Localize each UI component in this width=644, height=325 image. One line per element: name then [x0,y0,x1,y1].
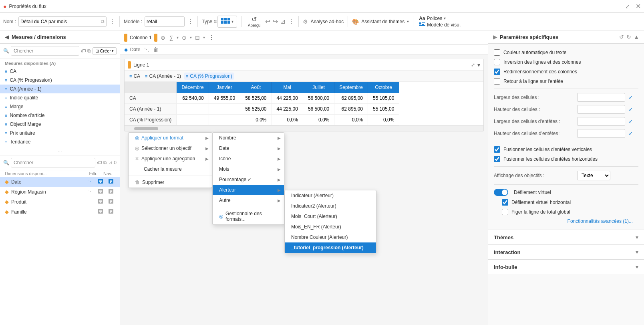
type-selector[interactable]: ▾ [217,16,237,28]
mesure-ca-progression[interactable]: ≡ CA (% Progression) [0,76,120,85]
collapse-chevron[interactable]: ◀ [5,34,9,40]
fusionner-horizontal-checkbox[interactable] [494,156,500,162]
fmt-pourcentage[interactable]: Pourcentage ✓ [213,174,284,185]
mesure-nombre[interactable]: ≡ Nombre d'article [0,111,120,120]
copy-icon[interactable]: ⧉ [101,19,105,24]
themes-section[interactable]: Thèmes ▾ [488,230,644,244]
agg-icon[interactable]: ∑ [169,34,174,42]
apercu-btn[interactable]: ↺ Aperçu [246,15,263,28]
dim-region[interactable]: ◆ Région Magasin ⋱ [0,187,120,197]
alert-indicateur[interactable]: Indicateur (Alerteur) [285,190,376,201]
align-arrow[interactable]: ▾ [203,35,205,40]
date-delete-icon[interactable]: 🗑 [153,46,159,53]
dim-date[interactable]: ◆ Date ⋱ [0,177,120,187]
alert-tutoriel[interactable]: _tutoriel_progression (Alerteur) [285,242,376,253]
table-mesure-progression[interactable]: ≡ CA (% Progression) [184,73,234,80]
dim-filter-col[interactable] [97,198,105,205]
ctx-selectionner-objectif[interactable]: ◎ Sélectionner un objectif [129,143,212,153]
ctx-supprimer[interactable]: 🗑 Supprimer [129,177,212,188]
hauteur-entetes-input[interactable] [577,129,625,138]
alert-mois-court[interactable]: Mois_Court (Alerteur) [285,211,376,222]
ctx-cacher-mesure[interactable]: Cacher la mesure [129,164,212,174]
more-icon[interactable]: ⋮ [288,18,294,25]
polices-btn[interactable]: Aa Polices ▾ [419,16,461,21]
mesure-ca-annee[interactable]: ≡ CA (Année - 1) [0,85,120,93]
infobulle-section[interactable]: Info-bulle ▾ [488,259,644,274]
dim-tag-icon[interactable]: 🏷 [97,160,102,166]
fonctionnalites-link[interactable]: Fonctionnalités avancées (1)... [494,217,638,226]
alert-mois-enfr[interactable]: Mois_EN_FR (Alerteur) [285,222,376,232]
table-mesure-ca[interactable]: ≡ CA [128,73,142,80]
dim-filter-col[interactable] [97,208,105,215]
table-mesure-annee[interactable]: ≡ CA (Année - 1) [143,73,183,80]
mesure-tendance[interactable]: ≡ Tendance [0,137,120,146]
redim-checkbox[interactable] [494,69,500,75]
mesures-search-input[interactable] [11,46,79,56]
dim-nav-col[interactable] [107,188,115,195]
resize-icon[interactable]: ⤢ [625,3,630,10]
hauteur-cellules-input[interactable] [577,105,625,114]
alert-nombre-couleur[interactable]: Nombre Couleur (Alerteur) [285,232,376,242]
date-hier-icon[interactable]: ⋱ [144,47,149,52]
fmt-alerteur[interactable]: Alerteur [213,185,284,195]
dim-famille[interactable]: ◆ Famille [0,207,120,217]
dim-copy-icon[interactable]: ⧉ [103,160,107,166]
circle-icon[interactable]: ⊙ [181,34,187,42]
largeur-cellules-input[interactable] [577,93,625,102]
dim-search-input[interactable] [11,158,95,168]
more2-icon[interactable]: ⋮ [207,33,215,42]
ctx-appliquer-agregation[interactable]: ✕ Appliquer une agrégation [129,153,212,164]
mesure-objectif[interactable]: ≡ Objectif Marge [0,120,120,129]
dim-nav-col[interactable] [107,208,115,215]
mesure-ca[interactable]: ≡ CA [0,67,120,76]
dim-produit[interactable]: ◆ Produit [0,197,120,207]
modele-more-icon[interactable]: ⋮ [187,18,193,25]
figer-total-checkbox[interactable] [502,209,508,215]
defilement-horizontal-checkbox[interactable] [502,199,508,206]
expand-icon[interactable]: ⤢ [471,62,475,68]
copy2-icon[interactable]: ⧉ [87,48,91,54]
fmt-nombre[interactable]: Nombre [213,133,284,143]
more-mesures-btn[interactable]: ... [0,146,120,155]
reset-icon[interactable]: ↻ [626,34,631,40]
fmt-icone[interactable]: Icône [213,153,284,164]
mesure-indice[interactable]: ≡ Indice qualité [0,93,120,102]
dim-filter-col[interactable] [97,178,105,185]
expand-right-icon[interactable]: ▶ [493,34,497,40]
fmt-date[interactable]: Date [213,143,284,153]
nom-input[interactable] [20,19,99,24]
refresh-icon[interactable]: ↺ [619,34,624,40]
fmt-autre[interactable]: Autre [213,195,284,206]
agg-arrow[interactable]: ▾ [177,35,179,40]
table-scrollbar[interactable] [125,125,483,131]
dim-filter-icon[interactable]: ⊿ 0 [109,160,117,166]
circle-arrow[interactable]: ▾ [190,35,192,40]
ctx-appliquer-format[interactable]: ◎ Appliquer un format [129,133,212,143]
nom-more-icon[interactable]: ⋮ [109,18,115,25]
close-icon[interactable]: ✕ [636,2,641,10]
analyse-adhoc-label[interactable]: Analyse ad-hoc [310,19,344,24]
fmt-gestionnaire[interactable]: ◎ Gestionnaire des formats... [213,208,284,224]
format-icon[interactable]: ⊕ [160,34,166,42]
inversion-checkbox[interactable] [494,59,500,65]
undo-icon[interactable]: ↩ [265,18,270,25]
filter-icon[interactable]: ⊿ [280,18,286,25]
largeur-entetes-input[interactable] [577,117,625,126]
dim-nav-col[interactable] [107,178,115,185]
alert-indicateur2[interactable]: Indicateur2 (Alerteur) [285,201,376,211]
align-icon[interactable]: ⊟ [194,34,201,42]
couleur-auto-checkbox[interactable] [494,49,500,56]
dim-filter-col[interactable] [97,188,105,195]
collapse-icon[interactable]: ▲ [634,34,639,40]
fmt-mois[interactable]: Mois [213,164,284,174]
mesure-marge[interactable]: ≡ Marge [0,102,120,111]
retour-checkbox[interactable] [494,78,500,85]
tag-icon[interactable]: 🏷 [81,48,86,54]
interaction-section[interactable]: Interaction ▾ [488,244,644,259]
redo-icon[interactable]: ↪ [273,18,278,25]
affichage-select[interactable]: Texte Icône Les deux [577,171,610,180]
defilement-toggle[interactable] [494,189,508,196]
more3-icon[interactable]: ▾ [477,62,480,68]
modele-visu-btn[interactable]: Modèle de visu. [419,22,461,28]
assistant-themes-label[interactable]: Assistant de thèmes [361,19,405,24]
